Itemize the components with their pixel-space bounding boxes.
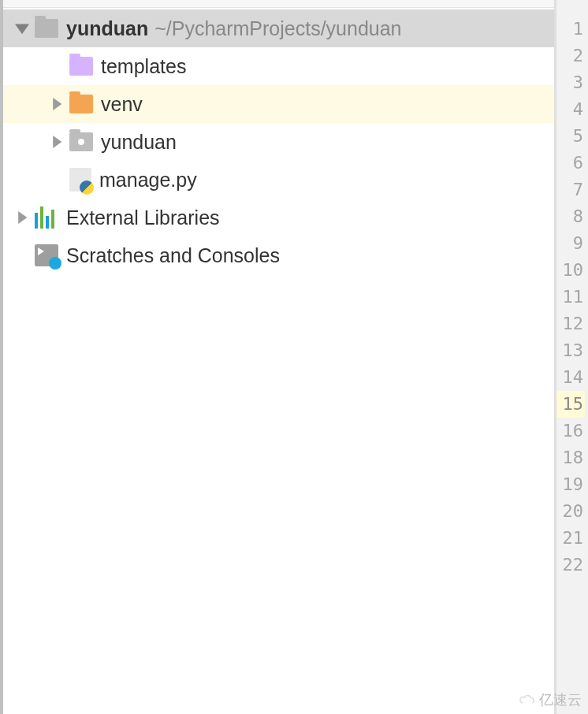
editor-gutter: 123456789101112131415161819202122	[556, 0, 588, 714]
chevron-right-icon[interactable]	[49, 134, 65, 150]
line-number[interactable]: 3	[556, 69, 585, 96]
line-number[interactable]: 21	[556, 525, 585, 552]
chevron-right-icon[interactable]	[49, 96, 65, 112]
line-number[interactable]: 16	[556, 418, 585, 444]
svg-marker-2	[53, 136, 61, 148]
tree-node-venv[interactable]: venv	[3, 85, 554, 123]
line-number[interactable]: 1	[556, 16, 585, 43]
tree-node-project-root[interactable]: yunduan ~/PycharmProjects/yunduan	[3, 9, 554, 47]
line-number[interactable]: 20	[556, 498, 585, 525]
folder-icon	[69, 57, 93, 76]
tree-item-label: Scratches and Consoles	[66, 244, 280, 267]
line-number[interactable]: 9	[556, 230, 585, 257]
line-number[interactable]: 15	[556, 391, 585, 418]
folder-icon	[69, 132, 93, 151]
tree-item-label: templates	[101, 55, 186, 78]
line-number[interactable]: 2	[556, 43, 585, 69]
project-tree-panel: yunduan ~/PycharmProjects/yunduan templa…	[0, 0, 556, 714]
folder-icon	[35, 19, 58, 38]
line-number[interactable]: 18	[556, 444, 585, 471]
line-number[interactable]: 6	[556, 150, 585, 177]
line-number[interactable]: 22	[556, 552, 585, 578]
toolbar-strip	[3, 0, 554, 8]
tree-node-manage-py[interactable]: manage.py	[3, 161, 554, 199]
scratches-icon	[35, 244, 58, 266]
tree-item-label: yunduan	[101, 131, 177, 154]
svg-marker-0	[15, 24, 29, 35]
tree-node-scratches[interactable]: Scratches and Consoles	[3, 236, 554, 274]
line-numbers[interactable]: 123456789101112131415161819202122	[556, 0, 588, 578]
line-number[interactable]: 12	[556, 311, 585, 337]
watermark-text: 亿速云	[539, 690, 582, 709]
folder-icon	[69, 95, 93, 113]
chevron-right-icon[interactable]	[14, 210, 30, 225]
line-number[interactable]: 10	[556, 257, 585, 284]
line-number[interactable]: 4	[556, 96, 585, 123]
tree-node-templates[interactable]: templates	[3, 47, 554, 85]
line-number[interactable]: 11	[556, 284, 585, 311]
svg-marker-1	[53, 98, 61, 110]
project-root-path: ~/PycharmProjects/yunduan	[154, 17, 401, 40]
tree-item-label: manage.py	[99, 169, 197, 192]
project-root-name: yunduan	[66, 17, 148, 40]
tree-node-external-libraries[interactable]: External Libraries	[3, 199, 554, 236]
line-number[interactable]: 7	[556, 177, 585, 203]
line-number[interactable]: 14	[556, 364, 585, 391]
line-number[interactable]: 19	[556, 471, 585, 498]
chevron-down-icon[interactable]	[14, 20, 30, 36]
svg-marker-3	[18, 211, 27, 224]
line-number[interactable]: 8	[556, 203, 585, 230]
libraries-icon	[35, 206, 58, 229]
line-number[interactable]: 5	[556, 123, 585, 150]
line-number[interactable]: 13	[556, 337, 585, 364]
tree-item-label: venv	[101, 93, 143, 116]
tree-node-yunduan-subfolder[interactable]: yunduan	[3, 123, 554, 161]
python-file-icon	[69, 168, 91, 192]
tree-item-label: External Libraries	[66, 206, 220, 229]
watermark: 亿速云	[519, 690, 582, 709]
